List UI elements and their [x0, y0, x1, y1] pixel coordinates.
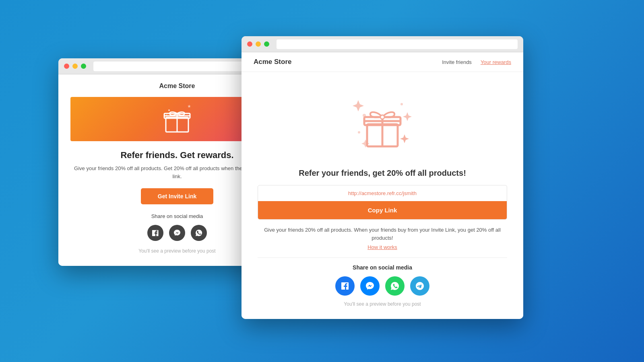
share-on-social-label: Share on social media — [258, 264, 507, 271]
nav-invite-friends[interactable]: Invite friends — [442, 59, 472, 65]
referral-heading: Refer your friends, get 20% off all prod… — [258, 169, 507, 178]
get-invite-link-button[interactable]: Get Invite Link — [141, 188, 213, 204]
whatsapp-button[interactable] — [385, 276, 405, 296]
referral-url-display: http://acmestore.refr.cc/jsmith — [258, 185, 507, 201]
nav-your-rewards[interactable]: Your rewards — [481, 59, 511, 65]
svg-point-14 — [380, 115, 384, 119]
email-whatsapp-button[interactable] — [191, 225, 207, 241]
header-nav: Invite friends Your rewards — [442, 59, 511, 65]
banner-gift-icon — [161, 103, 193, 135]
email-messenger-button[interactable] — [169, 225, 185, 241]
front-maximize-btn[interactable] — [264, 41, 269, 47]
copy-link-button[interactable]: Copy Link — [258, 201, 507, 219]
front-close-btn[interactable] — [247, 41, 252, 47]
svg-point-4 — [168, 109, 170, 111]
gift-icon-pink — [342, 80, 423, 160]
front-address-bar[interactable] — [277, 39, 518, 49]
back-minimize-btn[interactable] — [72, 64, 78, 69]
email-facebook-button[interactable] — [147, 225, 163, 241]
telegram-button[interactable] — [410, 276, 429, 296]
front-titlebar — [242, 36, 523, 52]
referral-header: Acme Store Invite friends Your rewards — [242, 52, 523, 72]
svg-point-9 — [358, 131, 360, 134]
back-maximize-btn[interactable] — [81, 64, 86, 69]
copy-link-container: http://acmestore.refr.cc/jsmith Copy Lin… — [258, 185, 507, 220]
facebook-button[interactable] — [335, 276, 355, 296]
svg-point-5 — [166, 115, 167, 116]
gift-illustration — [342, 80, 423, 160]
messenger-button[interactable] — [360, 276, 380, 296]
store-name: Acme Store — [254, 58, 291, 66]
front-content: Acme Store Invite friends Your rewards — [242, 52, 523, 319]
front-minimize-btn[interactable] — [256, 41, 261, 47]
front-browser-window: Acme Store Invite friends Your rewards — [242, 36, 523, 319]
front-preview-note: You'll see a preview before you post — [258, 301, 507, 307]
referral-body: Refer your friends, get 20% off all prod… — [242, 72, 523, 319]
social-icons-colored — [258, 276, 507, 296]
referral-description: Give your friends 20% off all products. … — [258, 226, 507, 242]
svg-marker-6 — [188, 105, 191, 108]
divider — [258, 257, 507, 258]
how-it-works-link[interactable]: How it works — [258, 244, 507, 250]
svg-point-8 — [400, 103, 403, 105]
referral-url-text: http://acmestore.refr.cc/jsmith — [263, 190, 502, 196]
back-close-btn[interactable] — [64, 64, 69, 69]
